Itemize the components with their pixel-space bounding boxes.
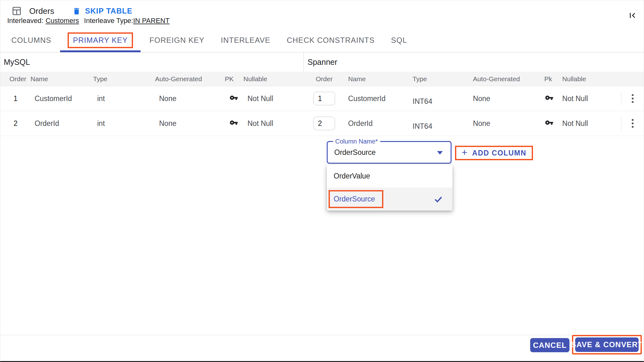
interleaved-parent-table: Customers [46, 17, 79, 25]
spanner-order-input[interactable] [313, 116, 335, 130]
mysql-nullable: Not Null [247, 94, 303, 103]
spanner-nullable: Not Null [562, 119, 621, 128]
spanner-column-type: INT64 [413, 97, 432, 105]
spanner-column-name: OrderId [348, 119, 413, 128]
table-row: 2 OrderId int None Not Null OrderId INT6… [0, 111, 644, 136]
row-menu-button[interactable] [629, 116, 636, 130]
header: Orders SKIP TABLE [12, 4, 132, 18]
spanner-nullable: Not Null [562, 94, 621, 103]
tab-bar: COLUMNS PRIMARY KEY FOREIGN KEY INTERLEA… [0, 29, 644, 52]
table-detail-panel: Orders SKIP TABLE Interleaved: Customers… [0, 0, 644, 362]
mysql-auto-generated: None [159, 94, 229, 103]
header-mysql-type: Type [93, 75, 155, 83]
tab-interleave[interactable]: INTERLEAVE [213, 29, 279, 52]
column-header-row: Order Name Type Auto-Generated PK Nullab… [0, 72, 644, 86]
header-spanner-pk: Pk [544, 75, 562, 83]
mysql-auto-generated: None [159, 119, 229, 128]
mysql-nullable: Not Null [247, 119, 303, 128]
more-vert-icon [632, 94, 634, 96]
cancel-button[interactable]: CANCEL [530, 338, 569, 352]
highlight-box-ordersource-option: OrderSource [329, 190, 383, 208]
collapse-panel-button[interactable] [627, 10, 637, 21]
column-name-field-label: Column Name* [333, 138, 380, 145]
dropdown-arrow-icon [437, 151, 443, 155]
header-spanner-auto-generated: Auto-Generated [473, 75, 544, 83]
header-spanner-nullable: Nullable [562, 75, 621, 83]
trash-icon [72, 7, 81, 15]
check-icon [434, 195, 443, 204]
tab-columns[interactable]: COLUMNS [3, 29, 59, 52]
primary-key-table: MySQL Spanner Order Name Type Auto-Gener… [0, 52, 644, 136]
mysql-order-value: 2 [14, 119, 35, 128]
highlight-box-primary-key-tab: PRIMARY KEY [68, 32, 133, 48]
primary-key-icon [545, 118, 553, 127]
highlight-box-add-column: + ADD COLUMN [455, 146, 533, 160]
header-mysql-order: Order [9, 75, 31, 83]
mysql-column-name: OrderId [35, 119, 97, 128]
db-section-header: MySQL Spanner [0, 53, 644, 72]
row-menu-button[interactable] [629, 92, 636, 105]
target-db-label: Spanner [304, 53, 644, 72]
spanner-auto-generated: None [473, 94, 544, 103]
source-db-label: MySQL [0, 53, 304, 72]
header-mysql-nullable: Nullable [243, 75, 303, 83]
primary-key-icon [230, 93, 238, 102]
skip-table-label: SKIP TABLE [85, 7, 132, 15]
primary-key-icon [545, 93, 553, 102]
column-name-select[interactable]: Column Name* OrderSource [327, 141, 452, 164]
header-mysql-auto-generated: Auto-Generated [155, 75, 225, 83]
add-column-button[interactable]: + ADD COLUMN [456, 147, 532, 159]
skip-table-button[interactable]: SKIP TABLE [72, 7, 132, 15]
more-vert-icon [632, 119, 634, 121]
dropdown-option-ordersource[interactable]: OrderSource [327, 188, 452, 211]
first-page-icon [627, 10, 637, 20]
mysql-column-type: int [97, 94, 159, 103]
header-spanner-order: Order [313, 75, 335, 83]
header-mysql-pk: PK [225, 75, 243, 83]
spanner-order-input[interactable] [313, 92, 335, 105]
tab-foreign-key[interactable]: FOREIGN KEY [141, 29, 213, 52]
spanner-column-name: CustomerId [348, 94, 413, 103]
interleave-type-label: Interleave Type: [84, 17, 133, 25]
dropdown-option-ordervalue[interactable]: OrderValue [327, 165, 452, 188]
tab-primary-key[interactable]: PRIMARY KEY [59, 29, 141, 52]
header-mysql-name: Name [31, 75, 93, 83]
mysql-column-name: CustomerId [35, 94, 97, 103]
primary-key-icon [230, 118, 238, 127]
interleave-type-value: IN PARENT [133, 17, 169, 25]
plus-icon: + [462, 147, 468, 158]
mysql-order-value: 1 [14, 94, 35, 103]
add-column-label: ADD COLUMN [472, 149, 526, 157]
interleave-info: Interleaved: Customers Interleave Type: … [7, 17, 169, 25]
table-row: 1 CustomerId int None Not Null CustomerI… [0, 86, 644, 111]
tab-sql[interactable]: SQL [383, 29, 415, 52]
save-and-convert-button[interactable]: SAVE & CONVERT [575, 337, 639, 352]
table-icon [12, 6, 22, 16]
column-name-dropdown-panel: OrderValue OrderSource [327, 165, 452, 211]
mysql-column-type: int [97, 119, 159, 128]
interleaved-label: Interleaved: [7, 17, 43, 25]
spanner-column-type: INT64 [413, 122, 432, 130]
spanner-auto-generated: None [473, 119, 544, 128]
tab-check-constraints[interactable]: CHECK CONSTRAINTS [279, 29, 383, 52]
header-spanner-name: Name [348, 75, 413, 83]
page-title: Orders [29, 6, 54, 16]
header-spanner-type: Type [413, 75, 473, 83]
footer-divider [0, 335, 644, 335]
column-name-selected-value: OrderSource [334, 148, 376, 157]
